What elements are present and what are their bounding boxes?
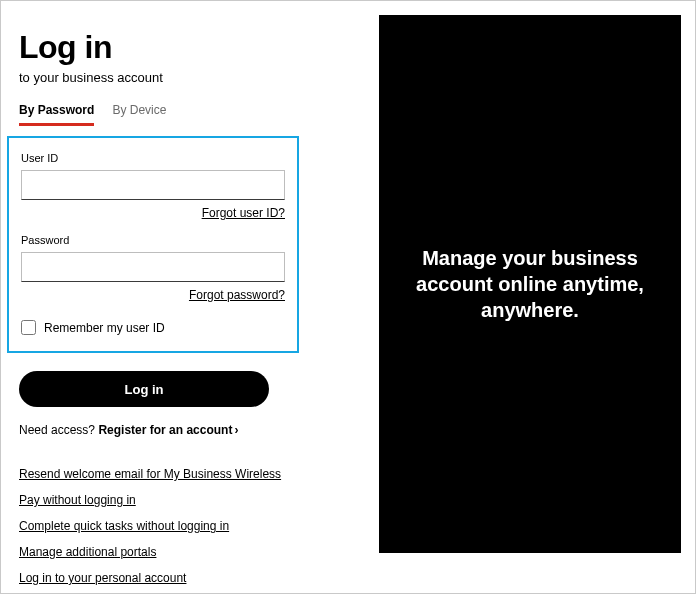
helper-links: Resend welcome email for My Business Wir… [19,467,339,585]
remember-checkbox[interactable] [21,320,36,335]
forgot-password-link[interactable]: Forgot password? [21,288,285,302]
resend-welcome-link[interactable]: Resend welcome email for My Business Wir… [19,467,281,481]
remember-row[interactable]: Remember my user ID [21,320,285,335]
login-panel: Log in to your business account By Passw… [19,29,339,585]
password-input[interactable] [21,252,285,282]
need-access-text: Need access? [19,423,98,437]
manage-portals-link[interactable]: Manage additional portals [19,545,156,559]
credentials-box: User ID Forgot user ID? Password Forgot … [7,136,299,353]
password-wrap: Password Forgot password? [21,234,285,302]
login-page: Log in to your business account By Passw… [0,0,696,594]
page-subtitle: to your business account [19,70,339,85]
promo-panel: Manage your business account online anyt… [379,15,681,553]
tab-by-password[interactable]: By Password [19,103,94,126]
password-label: Password [21,234,285,246]
quick-tasks-link[interactable]: Complete quick tasks without logging in [19,519,229,533]
login-button[interactable]: Log in [19,371,269,407]
page-title: Log in [19,29,339,66]
user-id-label: User ID [21,152,285,164]
chevron-right-icon: › [234,423,238,437]
register-link-label: Register for an account [98,423,232,437]
forgot-user-id-link[interactable]: Forgot user ID? [21,206,285,220]
promo-text: Manage your business account online anyt… [379,245,681,323]
register-link[interactable]: Register for an account› [98,423,238,437]
tab-by-device[interactable]: By Device [112,103,166,126]
remember-label: Remember my user ID [44,321,165,335]
pay-without-login-link[interactable]: Pay without logging in [19,493,136,507]
personal-account-link[interactable]: Log in to your personal account [19,571,186,585]
register-row: Need access? Register for an account› [19,423,339,437]
login-tabs: By Password By Device [19,103,339,126]
user-id-input[interactable] [21,170,285,200]
